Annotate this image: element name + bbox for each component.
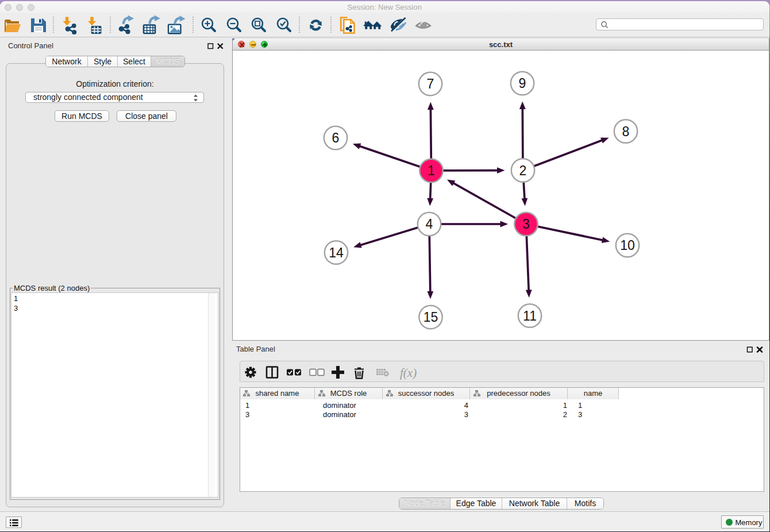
- svg-text:2: 2: [519, 163, 527, 178]
- svg-text:9: 9: [519, 76, 526, 91]
- svg-text:4: 4: [426, 217, 433, 232]
- svg-text:8: 8: [622, 124, 630, 139]
- svg-text:11: 11: [523, 309, 537, 323]
- svg-text:6: 6: [332, 130, 340, 145]
- svg-text:1: 1: [428, 163, 435, 178]
- svg-text:f(x): f(x): [400, 366, 417, 380]
- svg-text:7: 7: [427, 76, 434, 91]
- svg-text:14: 14: [329, 245, 344, 260]
- svg-text:15: 15: [424, 310, 438, 325]
- svg-text:10: 10: [620, 238, 635, 253]
- svg-text:3: 3: [522, 217, 530, 232]
